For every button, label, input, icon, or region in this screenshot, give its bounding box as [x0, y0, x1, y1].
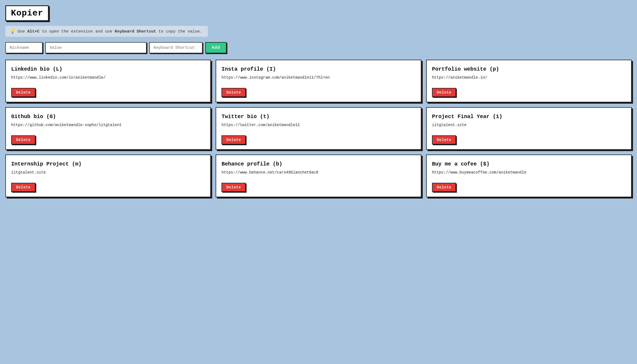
card-item: Internship Project (m)iitgtalent.siteDel… [5, 155, 211, 197]
card-title: Twitter bio (t) [221, 114, 415, 120]
card-item: Behance profile (b)https://www.behance.n… [216, 155, 421, 197]
nickname-input[interactable] [5, 42, 43, 53]
info-text: Use Alt+C to open the extension and use … [18, 29, 202, 34]
shortcut2-code: Keyboard Shortcut [115, 29, 156, 34]
delete-button[interactable]: Delete [432, 88, 456, 97]
card-title: Insta profile (I) [221, 66, 415, 72]
delete-button[interactable]: Delete [11, 88, 35, 97]
info-emoji: 💡 [10, 29, 15, 34]
card-item: Project Final Year (1)iitgtalent.siteDel… [426, 107, 632, 150]
delete-button[interactable]: Delete [11, 183, 35, 192]
card-title: Github bio (G) [11, 114, 205, 120]
card-title: Portfolio website (p) [432, 66, 626, 72]
card-title: Behance profile (b) [221, 161, 415, 167]
card-value: https://www.behance.net/caro49blanchet6a… [221, 170, 415, 180]
delete-button[interactable]: Delete [432, 183, 456, 192]
delete-button[interactable]: Delete [11, 135, 35, 144]
card-item: Buy me a cofee ($)https://www.buymeacoff… [426, 155, 632, 197]
add-form: Add [5, 42, 632, 53]
add-button[interactable]: Add [205, 42, 227, 53]
card-item: Twitter bio (t)https://twitter.com/anike… [216, 107, 421, 150]
card-title: Project Final Year (1) [432, 114, 626, 120]
card-item: Portfolio website (p)https://aniketmandl… [426, 60, 632, 102]
card-value: iitgtalent.site [432, 123, 626, 132]
card-value: https://www.instagram.com/aniketmandle11… [221, 75, 415, 85]
card-value: https://www.linkedin.com/in/aniketmandle… [11, 75, 205, 85]
card-title: Buy me a cofee ($) [432, 161, 626, 167]
app-title: Kopier [5, 5, 49, 21]
card-value: https://twitter.com/aniketmandle11 [221, 123, 415, 132]
delete-button[interactable]: Delete [221, 88, 246, 97]
value-input[interactable] [45, 42, 147, 53]
card-item: Github bio (G)https://github.com/aniketm… [5, 107, 211, 150]
card-value: iitgtalent.site [11, 170, 205, 180]
card-title: Linkedin bio (L) [11, 66, 205, 72]
card-title: Internship Project (m) [11, 161, 205, 167]
info-banner: 💡 Use Alt+C to open the extension and us… [5, 26, 208, 37]
cards-grid: Linkedin bio (L)https://www.linkedin.com… [5, 60, 632, 197]
card-value: https://aniketmandle.in/ [432, 75, 626, 85]
delete-button[interactable]: Delete [221, 183, 246, 192]
delete-button[interactable]: Delete [221, 135, 246, 144]
card-value: https://www.buymeacoffee.com/aniketmandl… [432, 170, 626, 180]
delete-button[interactable]: Delete [432, 135, 456, 144]
card-value: https://github.com/aniketmandle-sopho/ii… [11, 123, 205, 132]
card-item: Insta profile (I)https://www.instagram.c… [216, 60, 421, 102]
shortcut-input[interactable] [149, 42, 203, 53]
card-item: Linkedin bio (L)https://www.linkedin.com… [5, 60, 211, 102]
shortcut1-code: Alt+C [27, 29, 39, 34]
